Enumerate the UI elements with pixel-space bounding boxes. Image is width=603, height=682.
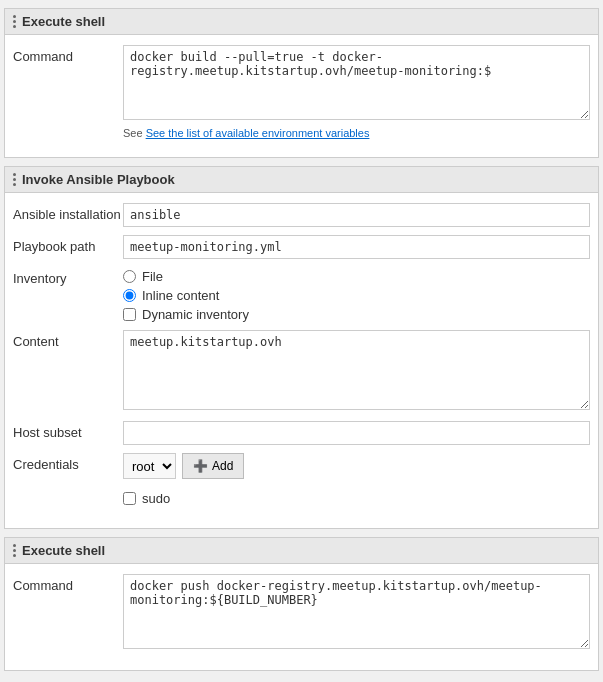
sudo-text: sudo xyxy=(142,491,170,506)
env-link-anchor[interactable]: See the list of available environment va… xyxy=(146,127,370,139)
playbook-path-label: Playbook path xyxy=(13,235,123,254)
sudo-checkbox[interactable] xyxy=(123,492,136,505)
inventory-inline-option[interactable]: Inline content xyxy=(123,288,590,303)
command-bottom-input[interactable] xyxy=(123,574,590,649)
ansible-installation-label: Ansible installation xyxy=(13,203,123,222)
host-subset-row: Host subset xyxy=(13,421,590,445)
host-subset-control xyxy=(123,421,590,445)
command-top-control: See See the list of available environmen… xyxy=(123,45,590,139)
execute-shell-bottom-section: Execute shell Command xyxy=(4,537,599,671)
inventory-file-label: File xyxy=(142,269,163,284)
sudo-label-spacer xyxy=(13,487,123,491)
sudo-row: sudo xyxy=(13,487,590,510)
section-drag-handle[interactable] xyxy=(13,15,16,28)
invoke-ansible-title: Invoke Ansible Playbook xyxy=(22,172,175,187)
content-control xyxy=(123,330,590,413)
invoke-ansible-header: Invoke Ansible Playbook xyxy=(5,167,598,193)
content-textarea[interactable] xyxy=(123,330,590,410)
command-bottom-row: Command xyxy=(13,574,590,652)
invoke-ansible-section: Invoke Ansible Playbook Ansible installa… xyxy=(4,166,599,529)
inventory-control: File Inline content Dynamic inventory xyxy=(123,267,590,322)
playbook-path-input[interactable] xyxy=(123,235,590,259)
inventory-inline-radio[interactable] xyxy=(123,289,136,302)
execute-shell-bottom-header: Execute shell xyxy=(5,538,598,564)
credentials-control: root ➕ Add xyxy=(123,453,590,479)
credentials-inner-row: root ➕ Add xyxy=(123,453,590,479)
inventory-label: Inventory xyxy=(13,267,123,286)
host-subset-label: Host subset xyxy=(13,421,123,440)
env-link-top: See See the list of available environmen… xyxy=(123,127,590,139)
sudo-label[interactable]: sudo xyxy=(123,487,590,510)
command-top-label: Command xyxy=(13,45,123,64)
credentials-select[interactable]: root xyxy=(123,453,176,479)
dynamic-inventory-checkbox[interactable] xyxy=(123,308,136,321)
ansible-installation-control xyxy=(123,203,590,227)
playbook-path-control xyxy=(123,235,590,259)
ansible-drag-handle[interactable] xyxy=(13,173,16,186)
execute-shell-top-body: Command See See the list of available en… xyxy=(5,35,598,157)
inventory-file-option[interactable]: File xyxy=(123,269,590,284)
inventory-row: Inventory File Inline content Dynamic in… xyxy=(13,267,590,322)
inventory-dynamic-option[interactable]: Dynamic inventory xyxy=(123,307,590,322)
add-icon: ➕ xyxy=(193,459,208,473)
playbook-path-row: Playbook path xyxy=(13,235,590,259)
content-label: Content xyxy=(13,330,123,349)
content-row: Content xyxy=(13,330,590,413)
sudo-control: sudo xyxy=(123,487,590,510)
ansible-installation-row: Ansible installation xyxy=(13,203,590,227)
command-top-row: Command See See the list of available en… xyxy=(13,45,590,139)
credentials-row: Credentials root ➕ Add xyxy=(13,453,590,479)
command-bottom-label: Command xyxy=(13,574,123,593)
credentials-label: Credentials xyxy=(13,453,123,472)
add-button-label: Add xyxy=(212,459,233,473)
inventory-inline-label: Inline content xyxy=(142,288,219,303)
inventory-radio-group: File Inline content Dynamic inventory xyxy=(123,267,590,322)
execute-shell-bottom-body: Command xyxy=(5,564,598,670)
env-link-prefix: See xyxy=(123,127,146,139)
execute-shell-top-section: Execute shell Command See See the list o… xyxy=(4,8,599,158)
command-top-input[interactable] xyxy=(123,45,590,120)
command-bottom-control xyxy=(123,574,590,652)
execute-shell-bottom-title: Execute shell xyxy=(22,543,105,558)
execute-shell-top-header: Execute shell xyxy=(5,9,598,35)
host-subset-input[interactable] xyxy=(123,421,590,445)
invoke-ansible-body: Ansible installation Playbook path Inven… xyxy=(5,193,598,528)
ansible-installation-input[interactable] xyxy=(123,203,590,227)
inventory-file-radio[interactable] xyxy=(123,270,136,283)
bottom-drag-handle[interactable] xyxy=(13,544,16,557)
execute-shell-top-title: Execute shell xyxy=(22,14,105,29)
credentials-add-button[interactable]: ➕ Add xyxy=(182,453,244,479)
inventory-dynamic-label: Dynamic inventory xyxy=(142,307,249,322)
